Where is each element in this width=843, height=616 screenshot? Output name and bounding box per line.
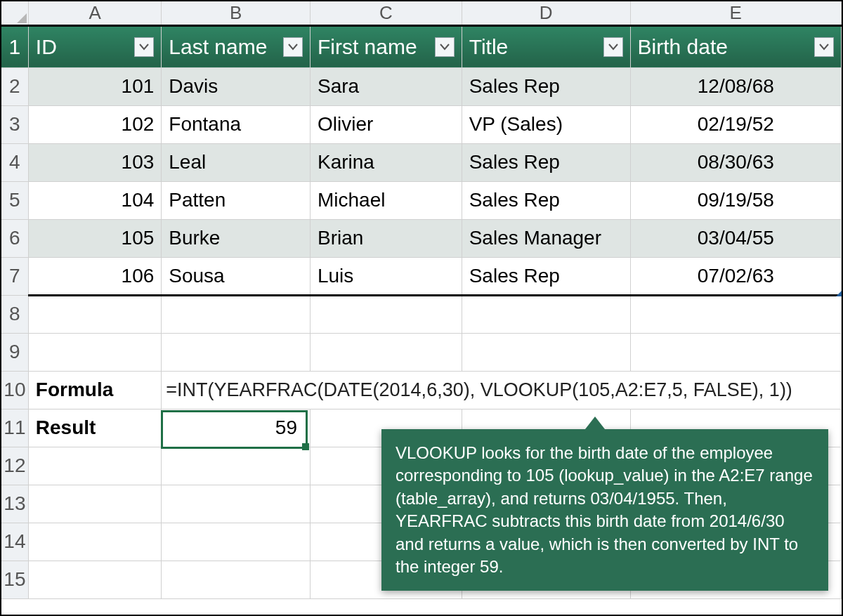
row-header-6[interactable]: 6 [1,219,28,257]
row-header-8[interactable]: 8 [1,295,28,333]
row-header-14[interactable]: 14 [1,523,28,561]
table-resize-handle-icon[interactable] [835,289,842,296]
cell-first: Michael [311,189,462,211]
chevron-down-icon [288,44,298,51]
explainer-callout: VLOOKUP looks for the birth date of the … [381,429,828,591]
col-header-A[interactable]: A [28,1,162,25]
cell-id: 106 [29,265,162,287]
select-all-corner[interactable] [1,1,28,25]
result-value: 59 [162,417,310,439]
filter-button-title[interactable] [603,37,623,57]
chevron-down-icon [139,44,149,51]
cell-first: Sara [311,75,462,98]
chevron-down-icon [440,44,450,51]
row-header-7[interactable]: 7 [1,257,28,295]
cell-first: Olivier [311,113,462,136]
table-row[interactable]: 2 101 Davis Sara Sales Rep 12/08/68 [1,67,842,105]
cell-title: Sales Rep [462,75,630,98]
cell-birth: 09/19/58 [631,189,841,211]
cell-id: 102 [29,113,162,136]
table-row[interactable]: 3 102 Fontana Olivier VP (Sales) 02/19/5… [1,105,842,143]
header-firstname[interactable]: First name [310,25,462,67]
col-header-E[interactable]: E [630,1,841,25]
cell-first: Luis [311,265,462,287]
header-birthdate-label: Birth date [638,35,728,59]
cell-first: Karina [311,151,462,173]
table-row[interactable]: 4 103 Leal Karina Sales Rep 08/30/63 [1,143,842,181]
cell-birth: 07/02/63 [631,265,841,287]
chevron-down-icon [819,44,829,51]
cell-title: Sales Rep [462,265,630,287]
cell-last: Fontana [162,113,310,136]
callout-arrow-icon [585,417,605,429]
formula-text: =INT(YEARFRAC(DATE(2014,6,30), VLOOKUP(1… [162,379,841,401]
cell-title: Sales Rep [462,151,630,173]
result-label: Result [29,417,162,439]
row-header-3[interactable]: 3 [1,105,28,143]
cell-id: 105 [29,227,162,249]
cell-id: 104 [29,189,162,211]
row-header-2[interactable]: 2 [1,67,28,105]
header-birthdate[interactable]: Birth date [630,25,841,67]
header-lastname[interactable]: Last name [162,25,311,67]
cell-birth: 02/19/52 [631,113,841,136]
callout-text: VLOOKUP looks for the birth date of the … [396,443,813,576]
cell-title: Sales Manager [462,227,630,249]
spreadsheet-viewport: A B C D E 1 ID Last name Fir [0,0,843,616]
table-row[interactable]: 7 106 Sousa Luis Sales Rep 07/02/63 [1,257,842,295]
row-header-9[interactable]: 9 [1,333,28,371]
header-title[interactable]: Title [462,25,630,67]
cell-id: 101 [29,75,162,98]
table-row[interactable]: 6 105 Burke Brian Sales Manager 03/04/55 [1,219,842,257]
row-header-11[interactable]: 11 [1,409,28,447]
row-header-13[interactable]: 13 [1,485,28,523]
row-header-15[interactable]: 15 [1,561,28,598]
filter-button-lastname[interactable] [283,37,303,57]
filter-button-birthdate[interactable] [814,37,834,57]
col-header-D[interactable]: D [462,1,630,25]
cell-title: VP (Sales) [462,113,630,136]
header-title-label: Title [469,35,509,59]
cell-first: Brian [311,227,462,249]
header-lastname-label: Last name [169,35,267,59]
cell-last: Burke [162,227,310,249]
cell-title: Sales Rep [462,189,630,211]
cell-birth: 12/08/68 [631,75,841,98]
filter-button-firstname[interactable] [435,37,455,57]
cell-last: Patten [162,189,310,211]
row-header-5[interactable]: 5 [1,181,28,219]
cell-last: Davis [162,75,310,98]
header-firstname-label: First name [318,35,417,59]
col-header-B[interactable]: B [162,1,311,25]
cell-last: Leal [162,151,310,173]
row-header-12[interactable]: 12 [1,447,28,485]
col-header-C[interactable]: C [310,1,462,25]
header-id[interactable]: ID [28,25,162,67]
row-header-10[interactable]: 10 [1,371,28,409]
row-header-1[interactable]: 1 [1,25,28,67]
cell-id: 103 [29,151,162,173]
formula-label: Formula [29,379,162,401]
row-header-4[interactable]: 4 [1,143,28,181]
table-row[interactable]: 5 104 Patten Michael Sales Rep 09/19/58 [1,181,842,219]
cell-last: Sousa [162,265,310,287]
chevron-down-icon [608,44,618,51]
header-id-label: ID [36,35,57,59]
filter-button-id[interactable] [134,37,154,57]
cell-birth: 08/30/63 [631,151,841,173]
cell-birth: 03/04/55 [631,227,841,249]
